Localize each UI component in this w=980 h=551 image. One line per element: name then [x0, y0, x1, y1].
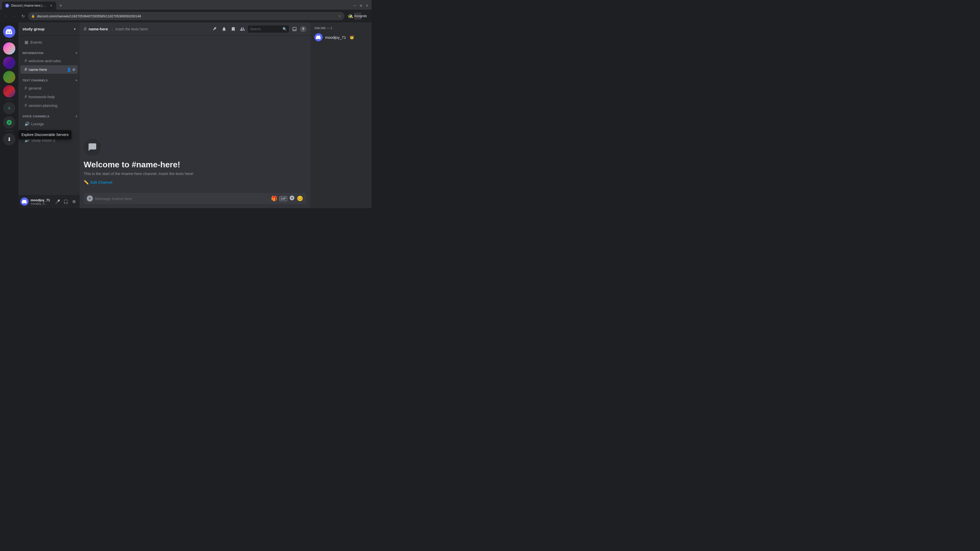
window-controls: — ⧉ ✕	[352, 3, 369, 8]
reload-button[interactable]: ↻	[19, 13, 27, 20]
search-placeholder: Search	[250, 27, 281, 31]
server-header[interactable]: study group ▾	[18, 22, 80, 36]
category-label-information: INFORMATION	[22, 52, 43, 55]
add-server-button[interactable]: +	[3, 102, 15, 114]
member-name-moodjoy: moodjoy_71	[325, 35, 346, 40]
events-label: Events	[30, 40, 42, 44]
voice-icon-lounge: 🔊	[24, 121, 30, 126]
channel-general[interactable]: # general	[21, 84, 78, 92]
add-channel-voice-button[interactable]: +	[75, 114, 78, 119]
new-tab-button[interactable]: +	[57, 2, 64, 9]
channel-name-lounge: Lounge	[31, 122, 76, 126]
user-settings-button[interactable]: ⚙	[70, 198, 78, 205]
message-input[interactable]: Message #name-here	[95, 197, 269, 201]
members-section-title: ONLINE — 1	[312, 27, 369, 30]
nav-actions: 🧩 🕵 Incognito ⋮	[346, 13, 369, 20]
menu-button[interactable]: ⋮	[363, 13, 369, 20]
channel-actions: 👤 ⚙	[67, 68, 76, 72]
user-avatar	[21, 197, 29, 206]
inbox-icon-button[interactable]	[291, 25, 298, 33]
hash-icon-session: #	[24, 103, 27, 108]
close-button[interactable]: ✕	[364, 3, 369, 8]
welcome-title: Welcome to #name-here!	[84, 160, 180, 169]
manage-users-icon[interactable]: 👤	[67, 68, 71, 72]
server-icon-4[interactable]	[3, 85, 15, 97]
browser-nav: ← → ↻ 🔒 discord.com/channels/11827053640…	[0, 10, 372, 22]
help-icon-button[interactable]: ?	[300, 26, 306, 32]
user-actions: 🎤 🎧 ⚙	[54, 198, 78, 205]
browser-tabs: D Discord | #name-here | study gr... ✕ +…	[0, 0, 372, 10]
username: moodjoy_71	[30, 198, 52, 202]
welcome-section: Welcome to #name-here! This is the start…	[84, 135, 306, 189]
explore-servers-button[interactable]	[3, 116, 15, 129]
security-icon: 🔒	[31, 14, 35, 18]
members-icon-button[interactable]	[239, 25, 246, 33]
address-bar[interactable]: 🔒 discord.com/channels/11827053640729355…	[28, 12, 345, 20]
mute-button[interactable]: 🎤	[54, 198, 61, 205]
settings-icon[interactable]: ⚙	[72, 68, 76, 72]
search-box[interactable]: Search 🔍	[248, 25, 289, 33]
welcome-description: This is the start of the #name-here chan…	[84, 171, 193, 176]
message-actions: 🎁 GIF 😊	[271, 195, 303, 202]
user-tag: moodjoy_0...	[30, 202, 52, 205]
sticker-icon-button[interactable]	[289, 195, 295, 202]
channel-welcome-and-rules[interactable]: # welcome-and-rules	[21, 57, 78, 65]
members-sidebar: ONLINE — 1 moodjoy_71 👑	[310, 22, 372, 208]
chat-channel-title: # name-here	[84, 26, 108, 32]
minimize-button[interactable]: —	[352, 3, 357, 8]
channel-name-session: session-planning	[29, 103, 76, 108]
hash-icon-general: #	[24, 86, 27, 91]
add-channel-text-button[interactable]: +	[75, 78, 78, 83]
category-text-channels[interactable]: TEXT CHANNELS +	[18, 74, 80, 84]
channel-sidebar: study group ▾ ▦ Events INFORMATION + # w…	[18, 22, 80, 208]
restore-button[interactable]: ⧉	[358, 3, 363, 8]
back-button[interactable]: ←	[2, 13, 9, 20]
add-channel-information-button[interactable]: +	[75, 51, 78, 56]
discord-home-button[interactable]	[3, 25, 15, 38]
emoji-icon-button[interactable]: 😊	[297, 195, 303, 202]
search-icon: 🔍	[283, 27, 287, 31]
forward-button[interactable]: →	[11, 13, 18, 20]
events-item[interactable]: ▦ Events	[21, 38, 78, 47]
chat-channel-name-text: name-here	[89, 27, 108, 31]
main-content: # name-here Insert the texts here! Se	[80, 22, 310, 208]
channel-lounge[interactable]: 🔊 Lounge	[21, 120, 78, 128]
edit-channel-link[interactable]: ✏️ Edit Channel	[84, 180, 112, 185]
tab-close-button[interactable]: ✕	[49, 3, 53, 8]
pin-icon-button[interactable]	[211, 25, 218, 33]
bell-icon-button[interactable]	[221, 25, 228, 33]
category-information[interactable]: INFORMATION +	[18, 47, 80, 56]
category-voice-channels[interactable]: VOICE CHANNELS +	[18, 110, 80, 120]
server-icon-1[interactable]	[3, 42, 15, 55]
user-info: moodjoy_71 moodjoy_0...	[30, 198, 52, 205]
channel-name-welcome: welcome-and-rules	[29, 59, 76, 63]
add-attachment-button[interactable]: +	[87, 195, 93, 202]
server-sidebar: + ⬇ Explore Discoverable Servers	[0, 22, 18, 208]
category-label-voice: VOICE CHANNELS	[22, 115, 49, 118]
download-button[interactable]: ⬇	[3, 133, 15, 145]
deafen-button[interactable]: 🎧	[62, 198, 69, 205]
active-tab[interactable]: D Discord | #name-here | study gr... ✕	[2, 2, 56, 10]
server-icon-3[interactable]	[3, 71, 15, 83]
channel-name-name-here: name-here	[29, 67, 65, 72]
chat-header: # name-here Insert the texts here! Se	[80, 22, 310, 36]
message-input-box: + Message #name-here 🎁 GIF 😊	[84, 193, 306, 204]
member-item-moodjoy[interactable]: moodjoy_71 👑	[312, 32, 369, 43]
channel-name-homework: homework-help	[29, 95, 76, 99]
app-container: + ⬇ Explore Discoverable Servers study g…	[0, 22, 372, 208]
star-icon[interactable]: ☆	[338, 14, 342, 18]
channel-name-general: general	[29, 86, 76, 90]
channel-name-here[interactable]: # name-here 👤 ⚙	[21, 65, 78, 74]
channel-homework-help[interactable]: # homework-help	[21, 93, 78, 101]
hash-icon: #	[24, 58, 27, 64]
bookmark-icon-button[interactable]	[230, 25, 237, 33]
gif-icon-button[interactable]: GIF	[280, 196, 287, 201]
server-icon-2[interactable]	[3, 57, 15, 69]
profile-button[interactable]: 🕵 Incognito	[354, 13, 361, 20]
browser-chrome: D Discord | #name-here | study gr... ✕ +…	[0, 0, 372, 22]
message-input-area: + Message #name-here 🎁 GIF 😊	[80, 193, 310, 208]
address-text: discord.com/channels/1182705364072935565…	[37, 14, 336, 18]
gift-icon-button[interactable]: 🎁	[271, 195, 277, 202]
channel-session-planning[interactable]: # session-planning	[21, 101, 78, 110]
member-avatar-moodjoy	[314, 33, 323, 41]
